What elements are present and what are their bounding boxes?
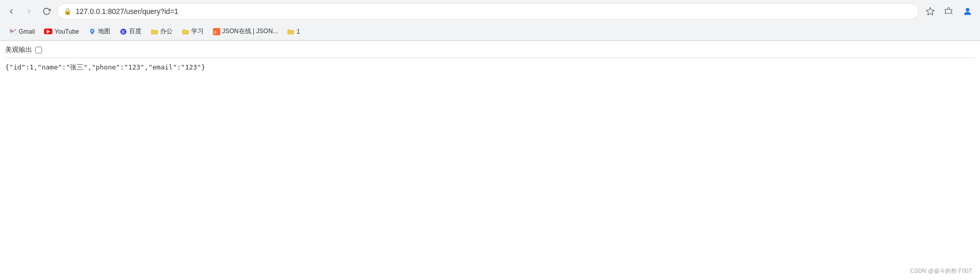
pretty-print-checkbox[interactable] — [35, 47, 42, 53]
svg-point-4 — [91, 30, 93, 31]
lock-icon: 🔒 — [64, 8, 72, 15]
bookmark-json[interactable]: {} JSON在线 | JSON... — [209, 25, 282, 38]
bookmark-folder1[interactable]: 1 — [283, 26, 304, 37]
toolbar-icons — [922, 3, 976, 20]
bookmark-folder1-label: 1 — [296, 28, 300, 35]
svg-marker-0 — [927, 8, 934, 15]
browser-chrome: 🔒 — [0, 0, 980, 41]
bookmarks-bar: M Gmail YouTube 地图 — [0, 23, 980, 40]
back-button[interactable] — [4, 4, 19, 19]
svg-text:{}: {} — [214, 30, 216, 33]
bookmark-baidu-label: 百度 — [129, 27, 141, 36]
page-content: 美观输出 {"id":1,"name":"张三","phone":"123","… — [0, 41, 980, 248]
address-bar[interactable]: 🔒 — [57, 3, 919, 20]
folder1-icon — [287, 29, 294, 35]
svg-point-1 — [966, 8, 970, 11]
profile-button[interactable] — [959, 3, 976, 20]
bookmark-study[interactable]: 学习 — [178, 25, 208, 38]
folder-office-icon — [151, 29, 158, 35]
bookmark-star-button[interactable] — [922, 3, 939, 20]
bookmark-youtube-label: YouTube — [54, 28, 79, 35]
bookmark-maps[interactable]: 地图 — [84, 25, 115, 38]
pretty-print-row: 美观输出 — [5, 45, 975, 58]
bookmark-maps-label: 地图 — [98, 27, 110, 36]
gmail-icon: M — [9, 29, 17, 34]
svg-text:M: M — [10, 30, 13, 33]
folder-study-icon — [182, 29, 189, 35]
address-bar-row: 🔒 — [0, 0, 980, 23]
bookmark-json-label: JSON在线 | JSON... — [222, 27, 278, 36]
svg-text:百: 百 — [121, 30, 125, 33]
extensions-button[interactable] — [941, 3, 957, 20]
bookmark-gmail-label: Gmail — [19, 28, 35, 35]
bookmark-office[interactable]: 办公 — [147, 25, 177, 38]
json-icon: {} — [213, 28, 220, 35]
maps-icon — [89, 28, 96, 35]
bookmark-gmail[interactable]: M Gmail — [5, 26, 39, 37]
bookmark-baidu[interactable]: 百 百度 — [116, 25, 146, 38]
forward-button[interactable] — [22, 4, 36, 19]
json-output: {"id":1,"name":"张三","phone":"123","email… — [5, 62, 975, 73]
bookmark-office-label: 办公 — [160, 27, 173, 36]
youtube-icon — [44, 29, 52, 34]
pretty-print-label: 美观输出 — [5, 45, 32, 54]
bookmark-youtube[interactable]: YouTube — [40, 26, 83, 37]
reload-button[interactable] — [39, 4, 54, 19]
baidu-icon: 百 — [120, 28, 127, 35]
url-input[interactable] — [76, 7, 912, 16]
bookmark-study-label: 学习 — [191, 27, 204, 36]
